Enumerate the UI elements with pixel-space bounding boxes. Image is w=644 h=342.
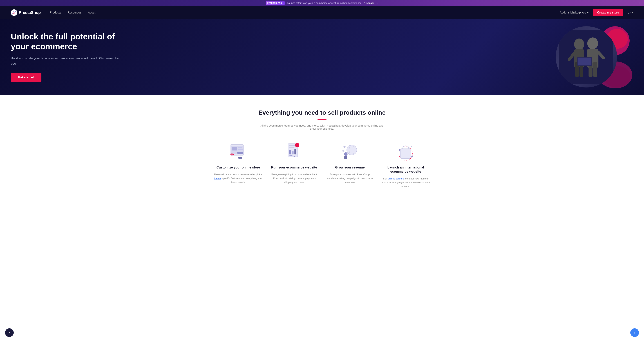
logo-text: PrestaShop xyxy=(19,10,41,15)
feature-run-desc: Manage everything from your website back… xyxy=(270,172,318,184)
create-store-button[interactable]: Create my store xyxy=(593,9,623,16)
svg-rect-24 xyxy=(238,149,243,150)
feature-customize-desc: Personalize your ecommerce website: pick… xyxy=(214,172,262,184)
svg-point-2 xyxy=(14,13,14,14)
theme-link[interactable]: theme xyxy=(214,177,221,180)
hero-content: Unlock the full potential of your ecomme… xyxy=(11,32,119,82)
feature-grow-icon xyxy=(339,141,361,163)
features-grid: Customize your online store Personalize … xyxy=(214,141,430,188)
feature-run: ! Run your ecommerce website Manage ever… xyxy=(270,141,318,188)
svg-point-56 xyxy=(399,149,400,151)
hero-people-circle xyxy=(556,26,617,87)
feature-launch-icon xyxy=(395,141,416,163)
svg-point-6 xyxy=(574,38,584,50)
features-title: Everything you need to sell products onl… xyxy=(11,109,633,116)
svg-point-46 xyxy=(344,152,348,156)
feature-customize-icon xyxy=(228,141,249,163)
announcement-text: Launch offer: start your e-commerce adve… xyxy=(287,1,362,4)
features-divider xyxy=(318,119,326,120)
starter-pack-badge: Starter Pack xyxy=(266,1,285,5)
svg-rect-27 xyxy=(238,157,242,159)
feature-customize-title: Customize your online store xyxy=(216,165,260,170)
svg-rect-38 xyxy=(294,149,296,154)
logo-link[interactable]: PrestaShop xyxy=(11,9,41,16)
feature-launch-title: Launch an international ecommerce websit… xyxy=(382,165,430,174)
svg-rect-23 xyxy=(238,147,242,148)
svg-point-53 xyxy=(402,148,404,149)
close-button[interactable]: × xyxy=(638,1,640,5)
hero-title: Unlock the full potential of your ecomme… xyxy=(11,32,119,51)
svg-rect-37 xyxy=(292,151,294,154)
navbar: PrestaShop Products Resources About Addo… xyxy=(0,6,644,19)
feature-grow-title: Grow your revenue xyxy=(335,165,365,170)
svg-point-57 xyxy=(411,156,413,157)
discover-arrow-icon: → xyxy=(376,1,378,5)
feature-grow-desc: Scale your business with PrestaShop: lau… xyxy=(326,172,374,184)
nav-links: Products Resources About xyxy=(50,11,560,14)
get-started-button[interactable]: Get started xyxy=(11,73,42,82)
discover-link[interactable]: Discover → xyxy=(364,1,378,5)
feature-grow: Grow your revenue Scale your business wi… xyxy=(326,141,374,188)
svg-rect-22 xyxy=(232,147,237,150)
nav-about[interactable]: About xyxy=(88,11,96,14)
svg-rect-15 xyxy=(578,58,591,65)
svg-rect-25 xyxy=(237,152,243,154)
svg-point-50 xyxy=(344,146,346,148)
svg-rect-52 xyxy=(400,149,411,159)
feature-launch-desc: Sell across borders: conquer new markets… xyxy=(382,177,430,188)
feature-customize: Customize your online store Personalize … xyxy=(214,141,262,188)
svg-rect-13 xyxy=(593,62,597,77)
nav-resources[interactable]: Resources xyxy=(68,11,81,14)
addons-chevron-icon: ▾ xyxy=(587,11,588,14)
addons-marketplace-link[interactable]: Addons Marketplace ▾ xyxy=(560,11,588,14)
svg-point-28 xyxy=(231,153,233,156)
hero-image-area xyxy=(547,23,633,91)
across-borders-link[interactable]: across borders xyxy=(388,177,404,180)
hero-section: Unlock the full potential of your ecomme… xyxy=(0,19,644,95)
svg-text:!: ! xyxy=(297,144,298,146)
svg-rect-47 xyxy=(344,156,347,159)
feature-run-icon: ! xyxy=(283,141,305,163)
svg-point-51 xyxy=(342,150,344,152)
features-section: Everything you need to sell products onl… xyxy=(0,95,644,199)
language-selector[interactable]: EN ▾ xyxy=(628,11,633,14)
hero-subtitle: Build and scale your business with an ec… xyxy=(11,56,119,66)
nav-right: Addons Marketplace ▾ Create my store EN … xyxy=(560,9,633,16)
logo-icon xyxy=(11,9,17,16)
discover-label: Discover xyxy=(364,1,374,4)
hero-people-svg xyxy=(559,30,614,84)
nav-products[interactable]: Products xyxy=(50,11,61,14)
feature-launch: Launch an international ecommerce websit… xyxy=(382,141,430,188)
announcement-bar: Starter Pack Launch offer: start your e-… xyxy=(0,0,644,6)
svg-point-54 xyxy=(408,148,410,149)
svg-point-58 xyxy=(410,146,412,147)
lang-chevron-icon: ▾ xyxy=(632,11,633,14)
feature-run-title: Run your ecommerce website xyxy=(271,165,317,170)
svg-rect-35 xyxy=(289,147,294,148)
svg-point-10 xyxy=(587,37,598,49)
features-subtitle: All the ecommerce features you need, and… xyxy=(259,124,385,130)
svg-rect-36 xyxy=(289,150,291,154)
